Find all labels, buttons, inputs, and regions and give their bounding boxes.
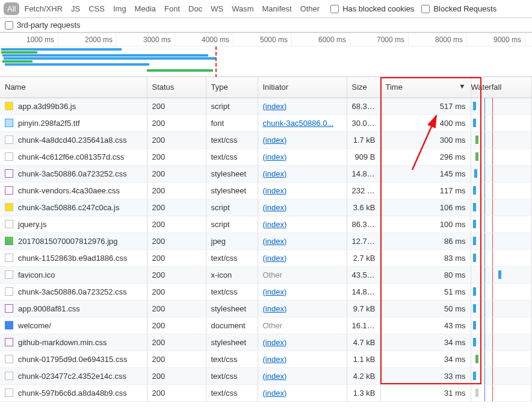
filter-css-button[interactable]: CSS [85, 2, 108, 15]
filter-wasm-button[interactable]: Wasm [228, 2, 257, 15]
table-row[interactable]: chunk-3ac50886.0a723252.css200text/css(i… [0, 283, 532, 300]
status-cell: 200 [147, 131, 206, 148]
initiator-cell: Other [258, 266, 347, 283]
column-header-name[interactable]: Name [0, 77, 147, 98]
css-file-icon [5, 304, 13, 313]
column-header-time[interactable]: Time ▼ [380, 77, 471, 98]
initiator-link[interactable]: (index) [263, 254, 287, 263]
waterfall-cell [471, 131, 532, 148]
initiator-link[interactable]: (index) [263, 203, 287, 212]
initiator-cell: (index) [258, 165, 347, 182]
filter-media-button[interactable]: Media [131, 2, 159, 15]
blocked-requests-toggle[interactable]: Blocked Requests [421, 4, 496, 13]
css-file-icon [5, 338, 13, 346]
timeline-tick: 6000 ms [292, 33, 350, 46]
initiator-link[interactable]: (index) [263, 338, 287, 347]
size-cell: 86.3 kB [347, 216, 380, 233]
table-row[interactable]: chunk-01795d9d.0e694315.css200text/css(i… [0, 351, 532, 367]
time-cell: 34 ms [380, 334, 471, 351]
status-cell: 200 [147, 182, 206, 199]
type-cell: stylesheet [206, 165, 258, 182]
time-cell: 117 ms [380, 182, 471, 199]
table-row[interactable]: chunk-3ac50886.c247c0ca.js200script(inde… [0, 199, 532, 216]
size-cell: 232 kB [347, 182, 380, 199]
table-row[interactable]: chunk-597b6c6d.a8da48b9.css200text/css(i… [0, 384, 532, 401]
filter-ws-button[interactable]: WS [207, 2, 227, 15]
blocked-cookies-toggle[interactable]: Has blocked cookies [330, 4, 414, 13]
initiator-link[interactable]: (index) [263, 237, 287, 246]
type-cell: text/css [206, 367, 258, 384]
cssbox-file-icon [5, 355, 13, 363]
type-cell: stylesheet [206, 182, 258, 199]
time-cell: 83 ms [380, 249, 471, 266]
waterfall-cell [471, 199, 532, 216]
filter-toolbar: All Fetch/XHR JS CSS Img Media Font Doc … [0, 0, 532, 18]
table-row[interactable]: favicon.ico200x-iconOther43.5 kB80 ms [0, 266, 532, 283]
initiator-link[interactable]: (index) [263, 287, 287, 296]
initiator-link[interactable]: (index) [263, 136, 287, 145]
column-header-initiator[interactable]: Initiator [258, 77, 347, 98]
status-cell: 200 [147, 249, 206, 266]
table-row[interactable]: chunk-vendors.4ca30aee.css200stylesheet(… [0, 182, 532, 199]
status-cell: 200 [147, 367, 206, 384]
table-row[interactable]: chunk-023477c2.4352e14c.css200text/css(i… [0, 367, 532, 384]
blocked-requests-checkbox[interactable] [421, 5, 430, 13]
table-row[interactable]: chunk-3ac50886.0a723252.css200stylesheet… [0, 165, 532, 182]
status-cell: 200 [147, 334, 206, 351]
initiator-link[interactable]: (index) [263, 355, 287, 364]
initiator-link[interactable]: (index) [263, 186, 287, 195]
filter-img-button[interactable]: Img [110, 2, 130, 15]
status-cell: 200 [147, 98, 206, 115]
initiator-link[interactable]: chunk-3ac50886.0... [263, 119, 334, 128]
file-name: chunk-023477c2.4352e14c.css [18, 372, 126, 381]
thirdparty-checkbox[interactable] [5, 21, 13, 30]
file-name: chunk-3ac50886.c247c0ca.js [18, 203, 119, 212]
type-cell: script [206, 199, 258, 216]
type-cell: script [206, 98, 258, 115]
initiator-link[interactable]: (index) [263, 304, 287, 313]
waterfall-cell [471, 334, 532, 351]
initiator-link[interactable]: (index) [263, 152, 287, 161]
table-row[interactable]: github-markdown.min.css200stylesheet(ind… [0, 334, 532, 351]
initiator-link[interactable]: (index) [263, 169, 287, 178]
column-header-time-label: Time [386, 83, 403, 92]
table-row[interactable]: pinyin.298fa2f5.ttf200fontchunk-3ac50886… [0, 114, 532, 131]
column-header-status[interactable]: Status [147, 77, 206, 98]
filter-js-button[interactable]: JS [67, 2, 84, 15]
initiator-link[interactable]: (index) [263, 102, 287, 111]
initiator-link[interactable]: (index) [263, 220, 287, 229]
waterfall-cell [471, 266, 532, 283]
initiator-text: Other [263, 270, 283, 279]
table-row[interactable]: jquery.js200script(index)86.3 kB100 ms [0, 216, 532, 233]
size-cell: 909 B [347, 148, 380, 165]
time-cell: 80 ms [380, 266, 471, 283]
initiator-cell: (index) [258, 367, 347, 384]
file-name: 20170815070007812976.jpg [18, 237, 118, 246]
initiator-link[interactable]: (index) [263, 389, 287, 398]
filter-fetch-button[interactable]: Fetch/XHR [20, 2, 66, 15]
table-row[interactable]: 20170815070007812976.jpg200jpeg(index)12… [0, 233, 532, 249]
request-table[interactable]: Name Status Type Initiator Size Time ▼ W… [0, 77, 532, 98]
table-row[interactable]: chunk-1152863b.e9ad1886.css200text/css(i… [0, 249, 532, 266]
filter-font-button[interactable]: Font [161, 2, 184, 15]
table-row[interactable]: app.9008af81.css200stylesheet(index)9.7 … [0, 300, 532, 317]
filter-other-button[interactable]: Other [297, 2, 324, 15]
cssbox-file-icon [5, 152, 13, 161]
table-row[interactable]: chunk-4c612f6e.c081357d.css200text/css(i… [0, 148, 532, 165]
column-header-waterfall[interactable]: Waterfall [471, 77, 532, 98]
initiator-link[interactable]: (index) [263, 372, 287, 381]
timeline-tick: 5000 ms [234, 33, 292, 46]
file-name: github-markdown.min.css [18, 338, 107, 347]
timeline-overview[interactable]: 1000 ms 2000 ms 3000 ms 4000 ms 5000 ms … [0, 33, 532, 77]
table-row[interactable]: chunk-4a8dcd40.235641a8.css200text/css(i… [0, 131, 532, 148]
filter-doc-button[interactable]: Doc [185, 2, 206, 15]
table-row[interactable]: welcome/200documentOther16.1 kB43 ms [0, 317, 532, 334]
table-row[interactable]: app.a3d99b36.js200script(index)68.3 kB51… [0, 98, 532, 115]
filter-all-button[interactable]: All [4, 2, 19, 15]
column-header-size[interactable]: Size [347, 77, 380, 98]
sort-desc-icon: ▼ [459, 83, 466, 90]
blocked-cookies-checkbox[interactable] [330, 5, 339, 13]
js-file-icon [5, 203, 13, 211]
column-header-type[interactable]: Type [206, 77, 258, 98]
filter-manifest-button[interactable]: Manifest [258, 2, 295, 15]
